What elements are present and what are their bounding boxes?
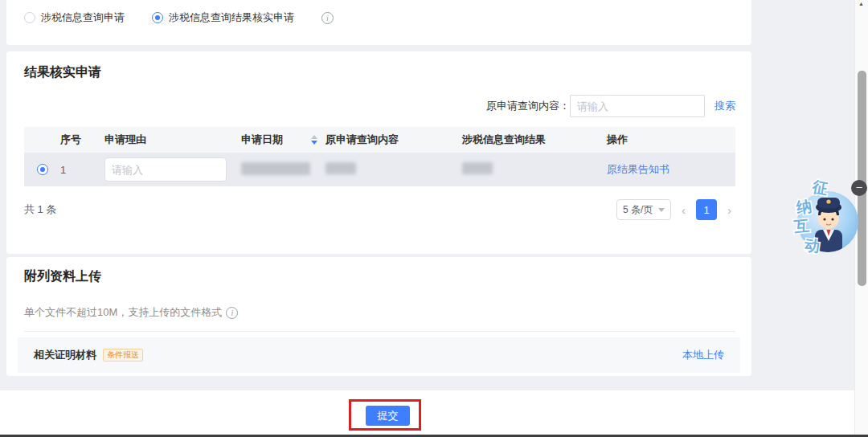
search-input[interactable] [570,95,705,117]
total-count: 共 1 条 [24,202,56,217]
header-original-content: 原申请查询内容 [326,133,462,147]
radio-checked-icon[interactable] [152,12,163,23]
attachment-upload-card: 附列资料上传 单个文件不超过10M，支持上传的文件格式 i 相关证明材料 条件报… [6,257,751,376]
conditional-submit-badge: 条件报送 [103,349,143,361]
upload-hint: 单个文件不超过10M，支持上传的文件格式 i [24,305,238,320]
radio-unchecked-icon[interactable] [24,12,35,23]
original-result-notice-link[interactable]: 原结果告知书 [607,163,669,175]
search-button[interactable]: 搜索 [714,99,735,113]
sort-desc-icon[interactable] [311,141,317,145]
page-size-value: 5 条/页 [623,203,653,217]
local-upload-link[interactable]: 本地上传 [682,348,724,362]
chevron-down-icon [658,208,665,212]
material-name: 相关证明材料 [34,348,96,362]
header-date: 申请日期 [241,133,326,147]
radio-tax-info-query-result-verify[interactable]: 涉税信息查询结果核实申请 [152,10,294,25]
table-header-row: 序号 申请理由 申请日期 原申请查询内容 涉税信息查询结果 操作 [24,127,735,153]
radio-label[interactable]: 涉税信息查询结果核实申请 [169,10,294,25]
query-type-radio-group: 涉税信息查询申请 涉税信息查询结果核实申请 i [24,10,334,25]
radio-label[interactable]: 涉税信息查询申请 [41,10,125,25]
sort-asc-icon[interactable] [311,135,317,139]
result-verify-card: 结果核实申请 原申请查询内容： 搜索 序号 申请理由 申请日期 原申请查询内容 … [6,51,751,254]
redacted-date [241,162,310,175]
header-query-result: 涉税信息查询结果 [462,133,607,147]
redacted-original-content [326,162,356,174]
table-row[interactable]: 1 原结果告知书 [24,153,735,186]
mascot-char-dong: 动 [803,236,821,255]
page-number-1[interactable]: 1 [696,199,717,220]
next-page-button[interactable]: › [725,203,734,217]
mascot-char-na: 纳 [795,198,813,217]
radio-tax-info-query-application[interactable]: 涉税信息查询申请 [24,10,125,25]
footer-bar: 提交 [0,390,868,435]
mascot-collapse-button[interactable]: – [851,180,867,196]
upload-hint-text: 单个文件不超过10M，支持上传的文件格式 [24,305,222,320]
info-icon[interactable]: i [226,307,238,319]
page-size-select[interactable]: 5 条/页 [616,199,671,220]
header-reason: 申请理由 [104,133,241,147]
sort-icon[interactable] [311,135,317,145]
query-type-card: 涉税信息查询申请 涉税信息查询结果核实申请 i [6,0,751,45]
prev-page-button[interactable]: ‹ [679,203,688,217]
row-index: 1 [60,164,104,176]
result-table: 序号 申请理由 申请日期 原申请查询内容 涉税信息查询结果 操作 1 [24,127,735,186]
redacted-query-result [462,162,493,174]
header-date-label: 申请日期 [241,133,283,145]
header-action: 操作 [607,133,735,147]
row-radio-checked-icon[interactable] [37,164,48,175]
red-highlight-annotation [349,399,421,431]
search-row: 原申请查询内容： 搜索 [486,95,735,117]
search-label: 原申请查询内容： [486,99,570,113]
upload-section-title: 附列资料上传 [24,268,101,285]
scroll-up-arrow-icon[interactable]: ▲ [858,1,864,6]
divider [24,331,735,332]
reason-input[interactable] [104,157,227,182]
header-index: 序号 [60,133,104,147]
upload-material-row: 相关证明材料 条件报送 本地上传 [18,337,740,373]
mascot-char-zheng: 征 [810,178,829,197]
pagination: 5 条/页 ‹ 1 › [616,199,734,220]
info-icon[interactable]: i [321,12,334,24]
section-title: 结果核实申请 [24,64,101,81]
mascot-char-hu: 互 [792,217,810,235]
